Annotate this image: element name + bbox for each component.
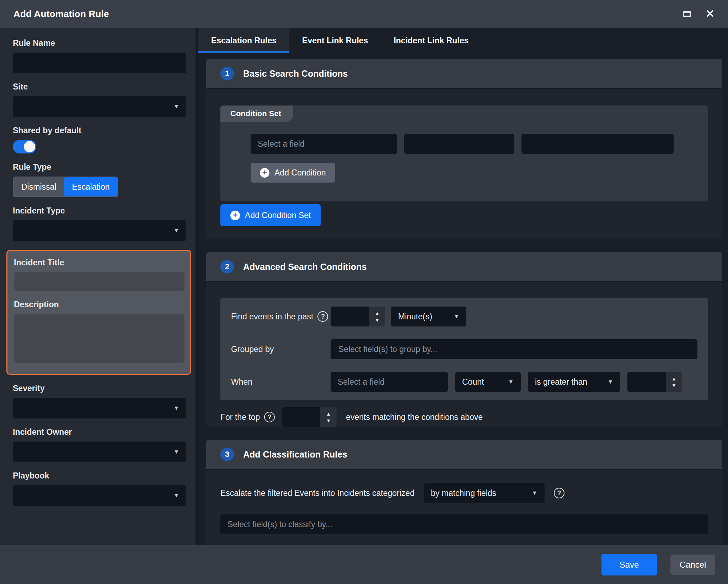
basic-search-conditions-section: 1 Basic Search Conditions Condition Set: [206, 59, 722, 239]
plus-circle-icon: +: [260, 168, 269, 178]
toggle-knob: [24, 141, 35, 152]
tab-escalation-rules[interactable]: Escalation Rules: [198, 28, 289, 53]
window-controls: ✕: [683, 9, 714, 19]
find-events-stepper: ▲ ▼: [331, 307, 385, 326]
condition-field-select[interactable]: [251, 134, 397, 154]
chevron-down-icon: ▼: [173, 493, 179, 498]
incident-owner-select[interactable]: ▼: [13, 442, 186, 462]
advanced-conditions-panel: Find events in the past ? ▲ ▼: [220, 298, 708, 400]
when-field-select[interactable]: [331, 372, 448, 392]
condition-operator-select[interactable]: [404, 134, 514, 154]
aggregate-select[interactable]: Count ▼: [455, 372, 521, 392]
spinner-down-icon[interactable]: ▼: [375, 318, 380, 323]
rule-name-label: Rule Name: [13, 38, 186, 48]
chevron-down-icon: ▼: [508, 379, 514, 385]
severity-select[interactable]: ▼: [13, 398, 186, 418]
plus-circle-icon: +: [230, 211, 240, 220]
condition-value-input[interactable]: [521, 134, 674, 154]
rule-name-group: Rule Name: [13, 38, 186, 73]
rule-type-group: Rule Type Dismissal Escalation: [13, 162, 186, 197]
stepper-spin-controls: ▲ ▼: [320, 407, 337, 427]
playbook-select[interactable]: ▼: [13, 485, 186, 506]
rule-form-sidebar: Rule Name Site ▼ Shared by default Rule …: [0, 28, 198, 545]
step-1-badge: 1: [220, 67, 234, 80]
cancel-button[interactable]: Cancel: [670, 555, 715, 575]
basic-search-conditions-header: 1 Basic Search Conditions: [206, 59, 722, 89]
stepper-spin-controls: ▲ ▼: [369, 307, 385, 326]
maximize-icon[interactable]: [683, 11, 691, 17]
add-classification-rules-header: 3 Add Classification Rules: [206, 440, 722, 470]
dialog-body: Rule Name Site ▼ Shared by default Rule …: [0, 28, 728, 545]
basic-search-conditions-body: Condition Set + Add Condition: [206, 89, 722, 239]
dialog-title: Add Automation Rule: [14, 9, 109, 20]
tab-incident-link-rules[interactable]: Incident Link Rules: [381, 28, 481, 53]
chevron-down-icon: ▼: [173, 104, 179, 109]
add-classification-rules-section: 3 Add Classification Rules Escalate the …: [206, 440, 722, 545]
chevron-down-icon: ▼: [607, 379, 613, 385]
add-automation-rule-dialog: Add Automation Rule ✕ Rule Name Site ▼ S…: [0, 0, 728, 584]
spinner-up-icon[interactable]: ▲: [375, 311, 380, 316]
incident-title-description-highlight: Incident Title Description: [6, 250, 191, 375]
spinner-down-icon[interactable]: ▼: [326, 418, 331, 423]
spinner-up-icon[interactable]: ▲: [326, 411, 331, 416]
help-icon[interactable]: ?: [317, 311, 328, 322]
dialog-footer: Save Cancel: [0, 545, 728, 584]
add-condition-button[interactable]: + Add Condition: [251, 163, 335, 183]
escalation-rules-content: 1 Basic Search Conditions Condition Set: [198, 53, 728, 545]
rule-main-area: Escalation Rules Event Link Rules Incide…: [198, 28, 728, 545]
advanced-search-conditions-body: Find events in the past ? ▲ ▼: [206, 282, 722, 427]
grouped-by-select[interactable]: [331, 339, 697, 359]
rule-type-escalation-button[interactable]: Escalation: [64, 177, 117, 196]
add-condition-set-button[interactable]: + Add Condition Set: [220, 204, 321, 226]
shared-by-default-toggle[interactable]: [13, 140, 36, 153]
threshold-number-input[interactable]: [627, 372, 666, 392]
incident-type-select[interactable]: ▼: [13, 220, 186, 241]
find-events-row: Find events in the past ? ▲ ▼: [231, 307, 697, 326]
tab-event-link-rules[interactable]: Event Link Rules: [289, 28, 381, 53]
condition-set-group: Condition Set + Add Condition: [220, 106, 708, 201]
save-button[interactable]: Save: [601, 554, 657, 575]
rule-type-dismissal-button[interactable]: Dismissal: [14, 177, 64, 196]
for-the-top-label-wrap: For the top ?: [220, 412, 275, 422]
threshold-stepper: ▲ ▼: [627, 372, 682, 392]
shared-group: Shared by default: [13, 126, 186, 153]
description-textarea[interactable]: [14, 314, 184, 363]
spinner-up-icon[interactable]: ▲: [671, 376, 676, 381]
playbook-group: Playbook ▼: [13, 471, 186, 506]
help-icon[interactable]: ?: [264, 412, 275, 422]
rule-tabs: Escalation Rules Event Link Rules Incide…: [198, 28, 728, 53]
help-icon[interactable]: ?: [554, 488, 564, 498]
rule-type-label: Rule Type: [13, 162, 186, 172]
incident-owner-label: Incident Owner: [13, 427, 186, 437]
incident-title-label: Incident Title: [14, 258, 184, 267]
condition-row: [220, 122, 708, 154]
operator-select[interactable]: is greater than ▼: [528, 372, 620, 392]
rule-type-segmented: Dismissal Escalation: [13, 177, 118, 197]
classify-fields-select[interactable]: [220, 514, 708, 534]
site-select[interactable]: ▼: [13, 96, 186, 117]
time-unit-value: Minute(s): [398, 312, 432, 321]
categorize-by-select[interactable]: by matching fields ▼: [424, 483, 545, 503]
operator-value: is greater than: [535, 377, 587, 387]
find-events-label-wrap: Find events in the past ?: [231, 311, 331, 322]
dialog-titlebar: Add Automation Rule ✕: [0, 0, 728, 28]
stepper-spin-controls: ▲ ▼: [666, 372, 682, 392]
close-icon[interactable]: ✕: [706, 9, 714, 19]
advanced-search-conditions-title: Advanced Search Conditions: [243, 262, 366, 272]
time-unit-select[interactable]: Minute(s) ▼: [391, 307, 466, 326]
playbook-label: Playbook: [13, 471, 186, 481]
find-events-number-input[interactable]: [331, 307, 369, 326]
severity-label: Severity: [13, 384, 186, 393]
incident-title-input[interactable]: [14, 272, 184, 291]
rule-name-input[interactable]: [13, 53, 186, 73]
chevron-down-icon: ▼: [173, 405, 179, 411]
description-label: Description: [14, 300, 184, 309]
chevron-down-icon: ▼: [173, 449, 179, 455]
escalate-categorized-row: Escalate the filtered Events into Incide…: [220, 483, 708, 503]
shared-by-default-label: Shared by default: [13, 126, 186, 135]
add-condition-label: Add Condition: [274, 168, 326, 178]
condition-set-tab: Condition Set: [220, 106, 293, 122]
incident-owner-group: Incident Owner ▼: [13, 427, 186, 462]
spinner-down-icon[interactable]: ▼: [671, 383, 676, 388]
for-the-top-number-input[interactable]: [282, 407, 320, 427]
